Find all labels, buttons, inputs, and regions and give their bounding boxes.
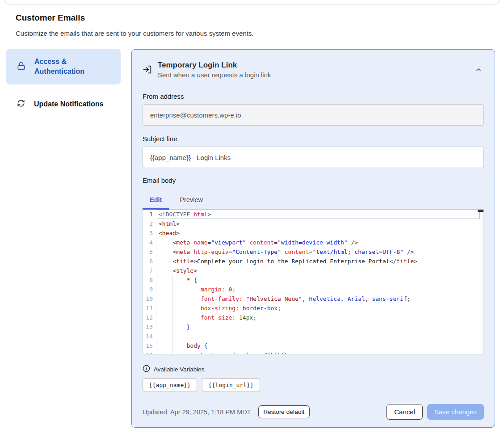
page-subtitle: Customize the emails that are sent to yo… — [16, 29, 254, 37]
chevron-up-icon — [475, 66, 482, 75]
tab-edit[interactable]: Edit — [143, 194, 169, 209]
line-number: 13 — [143, 322, 156, 332]
editor-scrollbar-thumb[interactable] — [478, 210, 483, 212]
tab-preview[interactable]: Preview — [172, 194, 210, 209]
updated-timestamp: Updated: Apr 29, 2025, 1:18 PM MDT — [143, 409, 251, 416]
code-line: } — [159, 322, 480, 332]
sidebar-item-label: Access & Authentication — [34, 57, 114, 76]
line-number: 3 — [143, 228, 156, 238]
line-number: 8 — [143, 275, 156, 285]
from-address-label: From address — [143, 93, 484, 100]
editor-gutter: 12345678910111213141516 — [143, 210, 156, 354]
code-line: <style> — [159, 266, 480, 275]
line-number: 6 — [143, 257, 156, 266]
variable-chips: {{app_name}} {{login_url}} — [143, 378, 484, 392]
previous-card-bottom-edge — [4, 0, 500, 4]
code-line: box-sizing: border-box; — [159, 303, 480, 313]
code-line: <meta name="viewport" content="width=dev… — [159, 238, 480, 247]
line-number: 14 — [143, 332, 156, 341]
code-line: font-size: 14px; — [159, 313, 480, 322]
line-number: 2 — [143, 219, 156, 228]
info-icon — [143, 365, 150, 374]
available-variables-label: Available Variables — [154, 366, 205, 373]
code-line: background-color: #fbfbfb; — [159, 350, 480, 354]
collapse-panel-button[interactable] — [473, 64, 484, 76]
email-body-tabs: Edit Preview — [143, 194, 484, 210]
email-body-editor[interactable]: 12345678910111213141516 <!DOCTYPE html><… — [143, 210, 484, 354]
save-changes-button[interactable]: Save changes — [427, 404, 484, 420]
panel-header: Temporary Login Link Sent when a user re… — [143, 60, 484, 80]
line-number: 11 — [143, 303, 156, 313]
code-line: margin: 0; — [159, 285, 480, 294]
cancel-button[interactable]: Cancel — [386, 404, 423, 420]
log-in-icon — [143, 65, 152, 76]
line-number: 4 — [143, 238, 156, 247]
temporary-login-link-panel: Temporary Login Link Sent when a user re… — [131, 49, 495, 428]
email-types-sidebar: Access & Authentication Update Notificat… — [6, 49, 121, 115]
code-line: <head> — [159, 228, 480, 238]
variable-chip-app-name[interactable]: {{app_name}} — [143, 378, 197, 392]
subject-line-input[interactable] — [143, 147, 484, 168]
editor-code-area[interactable]: <!DOCTYPE html><html><head> <meta name="… — [157, 210, 480, 354]
page-title: Customer Emails — [16, 13, 85, 23]
line-number: 12 — [143, 313, 156, 322]
editor-scrollbar-track[interactable] — [480, 210, 483, 354]
panel-subtitle: Sent when a user requests a login link — [158, 70, 271, 80]
code-line: <html> — [159, 219, 480, 228]
code-line: * { — [159, 275, 480, 285]
code-line — [159, 332, 480, 341]
variable-chip-login-url[interactable]: {{login_url}} — [202, 378, 260, 392]
email-body-label: Email body — [143, 177, 484, 184]
subject-line-label: Subject line — [143, 135, 484, 143]
panel-footer: Updated: Apr 29, 2025, 1:18 PM MDT Resto… — [143, 404, 484, 420]
available-variables-row: Available Variables — [143, 365, 484, 374]
panel-title: Temporary Login Link — [158, 60, 271, 70]
line-number: 5 — [143, 247, 156, 257]
lock-icon — [17, 62, 25, 72]
line-number: 7 — [143, 266, 156, 275]
code-line: <!DOCTYPE html> — [159, 210, 480, 219]
refresh-icon — [17, 99, 25, 109]
code-line: body { — [159, 341, 480, 350]
from-address-input[interactable] — [143, 104, 484, 126]
code-line: <meta http-equiv="Content-Type" content=… — [159, 247, 480, 257]
code-line: <title>Complete your login to the Replic… — [159, 257, 480, 266]
line-number: 10 — [143, 294, 156, 303]
code-line: font-family: "Helvetica Neue", Helvetica… — [159, 294, 480, 303]
sidebar-item-update-notifications[interactable]: Update Notifications — [6, 93, 121, 115]
line-number: 1 — [143, 210, 156, 219]
line-number: 15 — [143, 341, 156, 350]
line-number: 16 — [143, 350, 156, 354]
restore-default-button[interactable]: Restore default — [258, 405, 310, 418]
sidebar-item-access-authentication[interactable]: Access & Authentication — [6, 49, 121, 84]
sidebar-item-label: Update Notifications — [34, 99, 104, 109]
line-number: 9 — [143, 285, 156, 294]
